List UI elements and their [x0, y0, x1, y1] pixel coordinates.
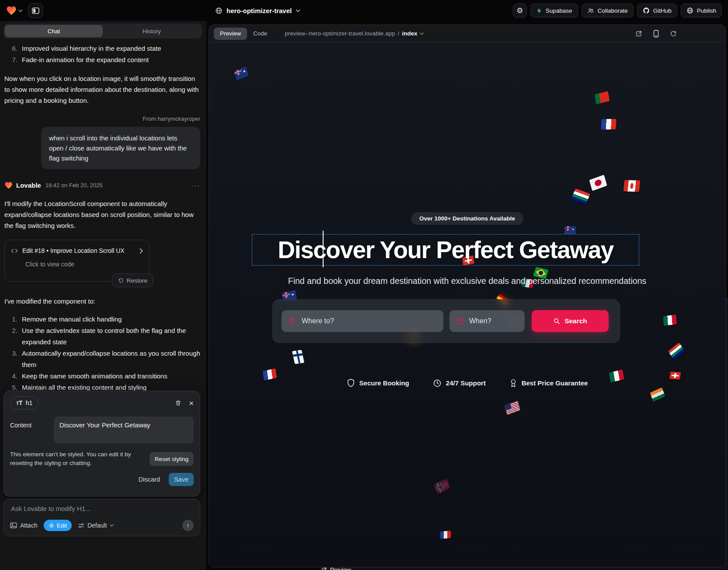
- flag-france: [601, 119, 616, 130]
- flag-australia: [234, 66, 249, 80]
- list-item: 1. Remove the manual click handling: [4, 314, 200, 325]
- open-in-new-icon[interactable]: [635, 30, 642, 37]
- project-switcher[interactable]: hero-optimizer-travel: [215, 0, 300, 21]
- hero-subheading: Find and book your dream destination wit…: [209, 276, 725, 286]
- chevron-down-icon: [296, 9, 300, 12]
- send-button[interactable]: ↑: [182, 520, 194, 531]
- list-item: 3. Automatically expand/collapse locatio…: [4, 348, 200, 371]
- lovable-heart-icon: [4, 182, 13, 189]
- sidebar-tabs: Chat History: [3, 24, 202, 38]
- attach-button[interactable]: Attach: [10, 522, 38, 529]
- mobile-view-icon[interactable]: [653, 30, 659, 38]
- tab-code[interactable]: Code: [247, 28, 273, 40]
- edit-card-subtitle: Click to view code: [25, 259, 143, 270]
- topbar-actions: ⚙ Supabase Collaborate: [513, 3, 722, 17]
- element-tag-label: h1: [26, 399, 33, 406]
- flag-france: [440, 531, 451, 539]
- refresh-icon[interactable]: [670, 30, 677, 37]
- mode-selector[interactable]: Default: [78, 522, 114, 529]
- message-timestamp: 18:42 on Feb 20, 2025: [45, 180, 103, 191]
- chevron-down-icon: [110, 524, 114, 527]
- text-caret: [323, 231, 324, 267]
- feature-support: 24/7 Support: [433, 378, 486, 388]
- feature-row: Secure Booking 24/7 Support: [209, 378, 725, 388]
- chevron-down-icon: [420, 32, 424, 35]
- edit-card-title: Edit #18 • Improve Location Scroll UX: [22, 245, 125, 256]
- close-icon[interactable]: ×: [189, 399, 194, 407]
- arrow-up-icon: ↑: [187, 522, 190, 529]
- list-item: 4. Keep the same smooth animations and t…: [4, 371, 200, 382]
- chat-composer: Attach Edit: [3, 499, 200, 536]
- edit-card-wrap: Edit #18 • Improve Location Scroll UX Cl…: [4, 240, 150, 282]
- publish-button[interactable]: Publish: [681, 3, 722, 17]
- github-icon: [643, 7, 650, 14]
- external-link-icon: [321, 567, 327, 570]
- github-button[interactable]: GitHub: [637, 3, 677, 17]
- gear-icon: ⚙: [516, 7, 523, 14]
- calendar-icon: [456, 317, 463, 325]
- trash-icon[interactable]: [175, 399, 181, 406]
- globe-wire-icon: [686, 7, 693, 14]
- hero-heading[interactable]: Discover Your Perfect Getaway: [278, 236, 613, 264]
- content-textarea[interactable]: Discover Your Perfect Getaway: [54, 416, 194, 444]
- assistant-header: Lovable 18:42 on Feb 20, 2025 ···: [4, 180, 200, 191]
- message-menu-icon[interactable]: ···: [191, 180, 200, 191]
- flag-south-africa: [571, 189, 590, 204]
- element-tag-badge[interactable]: TT h1: [10, 396, 38, 409]
- flag-japan: [589, 175, 607, 191]
- edit-card-actions: Restore Preview: [112, 273, 153, 287]
- flag-new-zealand: [564, 226, 576, 234]
- styling-note: This element can't be styled. You can ed…: [10, 450, 144, 468]
- flag-india: [650, 388, 665, 402]
- where-input[interactable]: [301, 317, 437, 325]
- search-button[interactable]: Search: [532, 310, 609, 332]
- preview-url[interactable]: preview--hero-optimizer-travel.lovable.a…: [285, 30, 424, 37]
- reset-styling-button[interactable]: Reset styling: [150, 452, 194, 466]
- when-input[interactable]: [468, 317, 518, 325]
- feature-secure-booking: Secure Booking: [347, 378, 409, 388]
- steps-list: 1. Remove the manual click handling 2. U…: [4, 314, 200, 393]
- settings-button[interactable]: ⚙: [513, 3, 527, 17]
- sidebar-toggle-button[interactable]: [28, 3, 43, 18]
- chat-scroll-area[interactable]: 6. Improved visual hierarchy in the expa…: [0, 38, 206, 393]
- tab-chat[interactable]: Chat: [5, 25, 103, 37]
- save-button[interactable]: Save: [169, 473, 194, 486]
- tab-preview[interactable]: Preview: [214, 28, 247, 40]
- tab-history[interactable]: History: [103, 25, 201, 37]
- flag-usa: [505, 400, 520, 415]
- shield-icon: [347, 378, 355, 388]
- topbar: hero-optimizer-travel ⚙ Supabase: [0, 0, 728, 21]
- preview-panel: Preview Code preview--hero-optimizer-tra…: [209, 24, 726, 567]
- discard-button[interactable]: Discard: [136, 476, 163, 483]
- list-item: 2. Use the activeIndex state to control …: [4, 325, 200, 348]
- assistant-message: I've modified the component to:: [4, 296, 200, 307]
- content-label: Content: [10, 416, 48, 444]
- restore-button[interactable]: Restore: [118, 275, 147, 286]
- lovable-logo-group[interactable]: [6, 6, 23, 15]
- edit-mode-button[interactable]: Edit: [44, 520, 72, 531]
- lovable-heart-icon: [6, 6, 17, 15]
- feature-best-price: Best Price Guarantee: [509, 378, 588, 388]
- list-item: 7. Fade-in animation for the expanded co…: [4, 54, 200, 66]
- element-editor-panel: TT h1 × Content Discover Your Perfect Ge…: [3, 391, 200, 497]
- chat-sidebar: Chat History 6. Improved visual hierarch…: [0, 21, 206, 570]
- where-field[interactable]: [282, 310, 443, 332]
- user-message-bubble: when i scroll into the individual locati…: [41, 127, 200, 169]
- clock-icon: [433, 379, 442, 388]
- flag-finland: [292, 350, 304, 364]
- globe-icon: [215, 7, 223, 14]
- supabase-bolt-icon: [536, 7, 542, 14]
- magnifier-icon: [553, 318, 560, 325]
- assistant-name: Lovable: [16, 180, 41, 191]
- project-name: hero-optimizer-travel: [226, 7, 292, 14]
- target-icon: [49, 523, 54, 528]
- list-item: 6. Improved visual hierarchy in the expa…: [4, 43, 200, 54]
- supabase-button[interactable]: Supabase: [530, 3, 578, 17]
- collaborate-button[interactable]: Collaborate: [582, 3, 634, 17]
- chat-input[interactable]: [10, 504, 195, 513]
- when-field[interactable]: [449, 310, 525, 332]
- flag-norway: [434, 478, 450, 493]
- flag-canada: [624, 180, 641, 192]
- image-attach-icon: [10, 522, 17, 528]
- h1-selection-outline[interactable]: Discover Your Perfect Getaway: [252, 234, 639, 266]
